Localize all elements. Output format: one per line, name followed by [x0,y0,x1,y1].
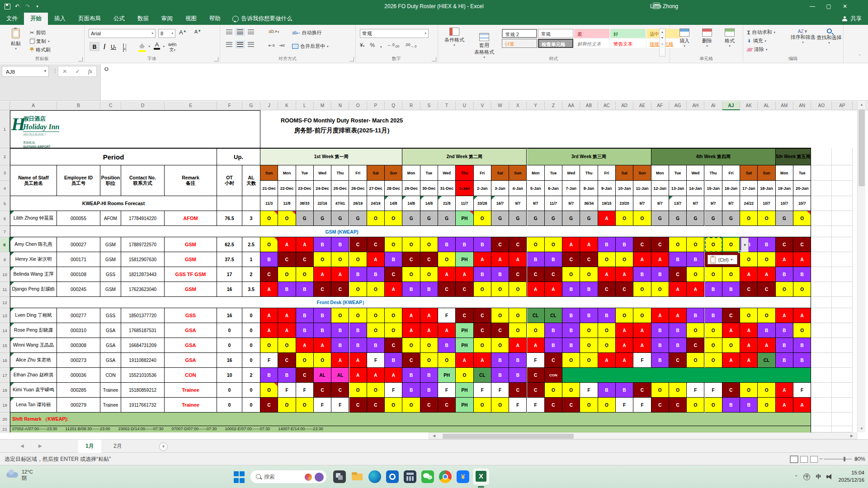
fill-button[interactable]: ⬇填充▾ [747,38,766,44]
cell-AL8[interactable]: B [758,237,775,252]
column-header-K[interactable]: K [278,101,296,110]
cell-AF13[interactable]: A [651,308,669,323]
cell-J18[interactable]: O [260,383,278,398]
cell-AF16[interactable]: B [651,353,669,368]
cell-W13[interactable]: O [491,308,509,323]
align-left-icon[interactable] [226,42,232,47]
minimize-button[interactable]: — [804,0,821,13]
cell-Z16[interactable]: C [545,353,562,368]
cell-AH11[interactable]: A [687,282,704,297]
cell-L14[interactable]: B [296,323,314,338]
cell-AB11[interactable]: B [580,282,598,297]
staff-id-10[interactable]: 000036 [57,368,100,383]
cell-T14[interactable]: A [438,323,456,338]
column-header-T[interactable]: T [438,101,456,110]
cell-AG15[interactable]: B [669,338,687,353]
cell-AA13[interactable]: B [562,308,580,323]
cell-S8[interactable]: O [420,237,438,252]
staff-tel-12[interactable]: 19117661732 [121,398,165,413]
cell-AN8[interactable]: C [793,237,811,252]
date-header-29-Dec[interactable]: 29-Dec [402,181,420,196]
clock[interactable]: 15:04 2025/12/16 [838,469,864,483]
cell-AI11[interactable]: B [705,282,722,297]
cell-N11[interactable]: C [331,282,349,297]
table-header-ot[interactable]: OT小时 [217,165,242,196]
cell-AE14[interactable]: A [633,323,651,338]
cell-AL19[interactable]: O [758,398,775,413]
column-header-Y[interactable]: Y [527,101,545,110]
chrome-icon[interactable] [439,470,452,483]
cell-style-检查单元格[interactable]: 检查单元格 [538,39,573,48]
forecast-17-Jan[interactable]: 24/22 [740,196,758,211]
cell-AD15[interactable]: A [616,338,633,353]
cell-AH9[interactable]: B [687,252,704,267]
cell-AO4[interactable] [811,181,832,196]
cell-style-差[interactable]: 差 [574,29,609,38]
date-header-8-Jan[interactable]: 8-Jan [580,181,598,196]
cell-V16[interactable]: A [474,353,491,368]
cell-AE10[interactable]: B [633,267,651,282]
cell-AA10[interactable]: O [562,267,580,282]
task-view-icon[interactable] [333,470,346,483]
cell-AJ13[interactable]: C [722,308,740,323]
staff-name-9[interactable]: Alice Zhu 朱君艳 [10,353,57,368]
cell-AP3[interactable] [832,165,853,181]
cell-AO15[interactable] [811,338,832,353]
tab-scroll-left-icon[interactable]: ◀ [20,443,24,448]
cell-J6[interactable]: O [260,211,278,226]
cell-AL14[interactable]: B [758,323,775,338]
merged-band-row17[interactable] [562,368,811,383]
staff-ot-7[interactable]: 0 [217,323,242,338]
row-header-15[interactable]: 15 [0,338,10,353]
cell-AP10[interactable] [832,267,853,282]
staff-name-7[interactable]: Rose Peng 彭晓露 [10,323,57,338]
cell-P16[interactable]: F [367,353,385,368]
cell-U6[interactable]: PH [456,211,473,226]
cell-AC13[interactable]: B [598,308,616,323]
cell-Q14[interactable]: O [385,323,402,338]
cell-N6[interactable]: G [331,211,349,226]
column-header-AH[interactable]: AH [687,101,704,110]
cell-AO13[interactable] [811,308,832,323]
cell-style-常规[interactable]: 常规 [538,29,573,38]
row-header-8[interactable]: 8 [0,237,10,252]
cell-T18[interactable]: F [438,383,456,398]
cell-AA11[interactable]: B [562,282,580,297]
cell-AF14[interactable]: B [651,323,669,338]
day-header-11-Jan[interactable]: Sun [633,165,651,181]
forecast-24-Dec[interactable]: 22/16 [314,196,331,211]
cell-J11[interactable]: A [260,282,278,297]
font-dialog-launcher[interactable] [214,57,218,61]
menu-tab-开始[interactable]: 开始 [24,13,48,25]
week-band-2[interactable]: 2nd Week 第二周 [402,148,527,165]
cell-AM11[interactable]: O [776,282,793,297]
cell-AB18[interactable]: F [580,383,598,398]
staff-pos-11[interactable]: Trainee [100,383,121,398]
staff-pos-9[interactable]: GSA [100,353,121,368]
cell-T9[interactable]: O [438,252,456,267]
cell-X9[interactable]: A [509,252,527,267]
date-header-23-Dec[interactable]: 23-Dec [296,181,314,196]
staff-tel-10[interactable]: 15521010536 [121,368,165,383]
staff-tel-1[interactable]: 17784914220 [121,211,165,226]
row-header-9[interactable]: 9 [0,252,10,267]
phonetic-button[interactable]: wén文▾ [168,42,176,52]
cell-N19[interactable]: F [331,398,349,413]
cell-AK16[interactable]: A [740,353,758,368]
cell-AK10[interactable]: A [740,267,758,282]
number-format-combo[interactable]: 常规▾ [360,29,429,38]
cell-M15[interactable]: A [314,338,331,353]
horizontal-scroll-thumb[interactable] [443,434,574,439]
staff-al-12[interactable]: 0 [242,398,260,413]
cell-AG13[interactable]: A [669,308,687,323]
align-center-icon[interactable] [237,42,243,47]
shift-remark-row[interactable]: Shift Remark （KWEAP): [10,413,811,426]
table-header-employee-id[interactable]: Employee ID员工号 [57,165,100,196]
cell-L11[interactable]: B [296,282,314,297]
cell-J15[interactable]: O [260,338,278,353]
tell-me-box[interactable]: 告诉我你想要做什么 [230,13,292,25]
cell-L17[interactable]: C [296,368,314,383]
forecast-25-Dec[interactable]: 47/41 [331,196,349,211]
cell-AD19[interactable]: F [616,398,633,413]
date-header-17-Jan[interactable]: 17-Jan [740,181,758,196]
